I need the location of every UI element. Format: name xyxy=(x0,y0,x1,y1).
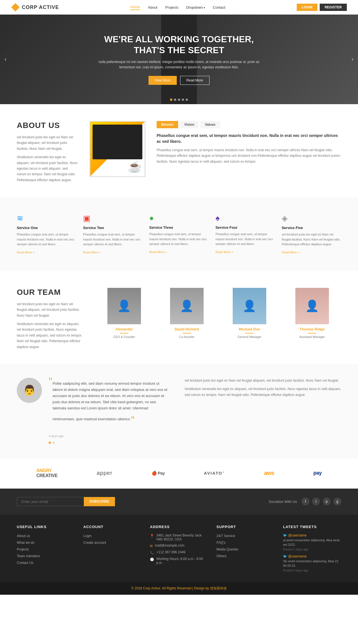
footer-link-projects[interactable]: Projects xyxy=(17,547,29,551)
testimonial-content: Polite sadipscing elitr, sed diam nonumy… xyxy=(49,378,173,444)
testimonial-dot-1[interactable] xyxy=(49,442,51,444)
location-icon: 📍 xyxy=(150,534,154,538)
facebook-icon[interactable]: f xyxy=(302,498,309,505)
subscribe-input[interactable] xyxy=(17,497,84,506)
twitter-bird-icon-2: 🐦 xyxy=(283,554,287,558)
twitter-bird-icon: 🐦 xyxy=(283,533,287,537)
tweet-time-2: Posted 4 days ago xyxy=(283,569,341,572)
footer-account-create[interactable]: Create account xyxy=(83,541,106,545)
tab-vision[interactable]: Vision xyxy=(180,121,199,128)
footer-support-faq[interactable]: FAQ's xyxy=(216,541,225,545)
footer-support-others[interactable]: Others xyxy=(216,554,227,558)
footer-link-contact[interactable]: Contact Us xyxy=(17,561,33,565)
social-links: Socialize With Us f t p g xyxy=(269,498,341,505)
footer-support-media[interactable]: Media Queries xyxy=(216,547,238,551)
coffee-cup-image: ☕ xyxy=(128,160,142,173)
footer-link-about[interactable]: About us xyxy=(17,534,30,538)
hero-next-button[interactable]: › xyxy=(352,56,354,63)
testimonial-dot-2[interactable] xyxy=(53,442,55,444)
partner-apper: apper xyxy=(97,470,112,476)
testimonial-right-text-1: vel tincidunt justo leo eget ex Nam vel … xyxy=(185,378,341,383)
hero-dot-4[interactable] xyxy=(182,99,184,101)
laptop-screen xyxy=(93,125,142,159)
tweet-user-1: 🐦 @username xyxy=(283,533,341,537)
list-item: Contact Us xyxy=(17,560,75,565)
hero-dot-5[interactable] xyxy=(186,99,188,101)
team-members-grid: 👤 Alexander CEO & Founder 👤 David Richar… xyxy=(95,288,341,353)
footer-account-login[interactable]: Login xyxy=(83,534,91,538)
pinterest-icon[interactable]: p xyxy=(323,498,331,505)
tweet-item-1: 🐦 @username ut amet consectetur adipisci… xyxy=(283,533,341,551)
tweet-text-2: Sic amet consectetur adipiscing. Alea 22… xyxy=(283,559,341,568)
footer-support-list: 24/7 Service FAQ's Media Queries Others xyxy=(216,533,275,558)
login-button[interactable]: LOGIN xyxy=(297,4,317,11)
googleplus-icon[interactable]: g xyxy=(333,498,341,505)
tweet-item-2: 🐦 @username Sic amet consectetur adipisc… xyxy=(283,554,341,572)
service-3-read-more[interactable]: Read More » xyxy=(149,250,167,254)
hero-view-more-button[interactable]: View More xyxy=(149,76,176,85)
list-item: FAQ's xyxy=(216,540,275,545)
list-item: 24/7 Service xyxy=(216,533,275,538)
nav-home[interactable]: Home xyxy=(130,5,140,10)
testimonial-right-text-2: Vestibulum venenatis leo eget ex aliquam… xyxy=(185,386,341,398)
team-left: OUR TEAM vel tincidunt justo leo eget ex… xyxy=(17,288,84,353)
nav-projects[interactable]: Projects xyxy=(165,5,178,10)
service-2-name: Service Two xyxy=(83,226,143,230)
about-image: ☕ xyxy=(90,121,145,186)
service-1-read-more[interactable]: Read More » xyxy=(17,251,35,254)
tweet-user-2: 🐦 @username xyxy=(283,554,341,558)
list-item: Others xyxy=(216,554,275,558)
service-1-name: Service One xyxy=(17,226,76,230)
twitter-icon[interactable]: t xyxy=(312,498,320,505)
register-button[interactable]: REGISTER xyxy=(320,4,347,11)
footer-link-team[interactable]: Team members xyxy=(17,554,40,558)
nav-about[interactable]: About xyxy=(148,5,157,10)
team-divider-4 xyxy=(308,333,316,333)
testimonial-section: 👨 Polite sadipscing elitr, sed diam nonu… xyxy=(0,364,358,458)
team-role-3: General Manager xyxy=(220,335,279,339)
tab-values[interactable]: Values xyxy=(200,121,220,128)
brand-logo[interactable]: CORP ACTIVE xyxy=(11,3,59,11)
team-photo-3: 👤 xyxy=(233,288,266,324)
hero-dot-1[interactable] xyxy=(170,99,172,101)
footer-tweets: LATEST TWEETS 🐦 @username ut amet consec… xyxy=(283,525,341,575)
testimonial-quote: Polite sadipscing elitr, sed diam nonumy… xyxy=(49,378,173,431)
list-item: Projects xyxy=(17,547,75,551)
subscribe-button[interactable]: SUBSCRIBE xyxy=(84,497,115,506)
team-name-3: Michael Doe xyxy=(220,327,279,331)
hero-prev-button[interactable]: ‹ xyxy=(4,56,6,63)
partner-aviato: AVIATO★ xyxy=(204,471,225,475)
footer-address-email: ✉ mail@example.com xyxy=(150,543,208,548)
service-card-4: ♠ Service Four Phasellus congue erat sem… xyxy=(215,211,275,257)
footer-account-heading: ACCOUNT xyxy=(83,525,142,529)
partner-angry-creative: ANGRYCREATIVE xyxy=(36,468,58,478)
service-2-desc: Phasellus congue erat sem, ut tempor mau… xyxy=(83,232,143,247)
service-2-read-more[interactable]: Read More » xyxy=(83,251,101,254)
team-name-2: David Richard xyxy=(158,327,216,331)
tab-mission[interactable]: Mission xyxy=(157,121,178,128)
service-3-desc: Phasellus congue erat sem, ut tempor mau… xyxy=(149,232,209,247)
nav-dropdown[interactable]: Dropdown xyxy=(186,5,205,10)
hero-read-more-button[interactable]: Read More xyxy=(180,76,209,85)
list-item: Media Queries xyxy=(216,547,275,551)
footer-address-phone: 📞 +112 367 896 2449 xyxy=(150,550,208,555)
about-text-2: Vestibulum venenatis leo eget ex aliquam… xyxy=(17,154,78,183)
hero-dot-2[interactable] xyxy=(174,99,176,101)
email-icon: ✉ xyxy=(150,544,153,548)
partners-section: ANGRYCREATIVE apper 🍎 Pay AVIATO★ aws pa… xyxy=(0,458,358,489)
hero-buttons: View More Read More xyxy=(92,76,266,85)
footer-main: USEFUL LINKS About us What we do Project… xyxy=(0,515,358,582)
service-1-icon: ≋ xyxy=(17,214,76,223)
service-4-read-more[interactable]: Read More » xyxy=(215,250,233,254)
footer-link-what[interactable]: What we do xyxy=(17,541,34,545)
footer-support-247[interactable]: 24/7 Service xyxy=(216,534,235,538)
list-item: What we do xyxy=(17,540,75,545)
nav-contact[interactable]: Contact xyxy=(213,5,225,10)
footer-subscribe: SUBSCRIBE Socialize With Us f t p g xyxy=(0,489,358,515)
team-card-3: 👤 Michael Doe General Manager xyxy=(220,288,279,353)
hero-dot-3[interactable] xyxy=(178,99,180,101)
navbar-buttons: LOGIN REGISTER xyxy=(297,4,347,11)
team-role-2: Co-founder xyxy=(158,335,216,339)
service-5-read-more[interactable]: Read More » xyxy=(282,251,300,254)
team-divider-2 xyxy=(183,333,191,333)
